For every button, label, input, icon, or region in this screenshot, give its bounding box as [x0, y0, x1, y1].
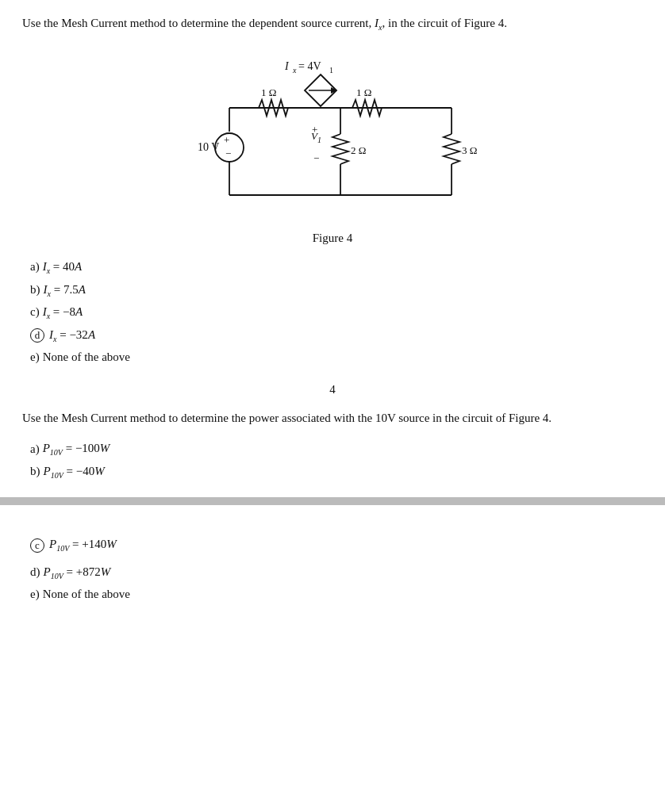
question1-text: Use the Mesh Current method to determine… [22, 14, 643, 33]
figure-label: Figure 4 [22, 232, 643, 245]
circled-d1: d [30, 328, 44, 343]
answer-c1-text: Ix = −8A [43, 301, 83, 324]
answer-d2-text: P10V = +872W [44, 561, 111, 584]
answer-a2-text: P10V = −100W [43, 438, 110, 461]
answer-d2: d) P10V = +872W [30, 561, 643, 584]
question2-text: Use the Mesh Current method to determine… [22, 409, 643, 427]
answer-b2-text: P10V = −40W [44, 461, 105, 484]
svg-text:2 Ω: 2 Ω [351, 144, 366, 156]
letter-b2: b) [30, 461, 40, 483]
answer-a2: a) P10V = −100W [30, 438, 643, 461]
answer-c2[interactable]: c P10V = +140W [30, 534, 643, 557]
svg-text:x: x [292, 66, 297, 75]
answer-e1-text: None of the above [43, 347, 130, 369]
answer-e2: e) None of the above [30, 584, 643, 606]
svg-text:+: + [312, 124, 317, 136]
circuit-diagram: + − 10 V I x = 4V 1 [22, 44, 643, 227]
svg-text:1: 1 [329, 66, 333, 75]
answer-e2-text: None of the above [43, 584, 130, 606]
answer-a1: a) Ix = 40A [30, 256, 643, 279]
page-divider [0, 497, 665, 505]
answer-b1: b) Ix = 7.5A [30, 279, 643, 302]
svg-text:1 Ω: 1 Ω [261, 86, 276, 98]
letter-e2: e) [30, 584, 40, 606]
answers2: a) P10V = −100W b) P10V = −40W [30, 438, 643, 483]
svg-text:I: I [284, 60, 290, 72]
letter-a1: a) [30, 256, 40, 278]
answer-d1[interactable]: d Ix = −32A [30, 324, 643, 347]
circuit-svg: + − 10 V I x = 4V 1 [182, 44, 483, 227]
letter-e1: e) [30, 347, 40, 369]
answers3: c P10V = +140W d) P10V = +872W e) None o… [30, 534, 643, 606]
svg-text:10 V: 10 V [198, 141, 219, 153]
answer-c2-text: P10V = +140W [49, 534, 117, 557]
bottom-section: c P10V = +140W d) P10V = +872W e) None o… [0, 519, 665, 620]
svg-text:3 Ω: 3 Ω [462, 144, 477, 156]
svg-text:1 Ω: 1 Ω [356, 86, 371, 98]
circled-c2: c [30, 538, 44, 553]
page-number: 4 [22, 383, 643, 396]
svg-text:= 4V: = 4V [298, 60, 321, 72]
answer-b2: b) P10V = −40W [30, 461, 643, 484]
svg-text:−: − [313, 152, 319, 164]
answer-e1: e) None of the above [30, 347, 643, 369]
svg-text:+: + [224, 134, 229, 146]
letter-b1: b) [30, 279, 40, 301]
answers1: a) Ix = 40A b) Ix = 7.5A c) Ix = −8A d I… [30, 256, 643, 369]
answer-d1-text: Ix = −32A [49, 324, 95, 347]
answer-b1-text: Ix = 7.5A [44, 279, 86, 302]
letter-d2: d) [30, 561, 40, 584]
letter-a2: a) [30, 439, 40, 461]
page-content: Use the Mesh Current method to determine… [0, 0, 665, 483]
svg-text:1: 1 [317, 136, 321, 144]
svg-text:−: − [225, 147, 231, 159]
answer-a1-text: Ix = 40A [43, 256, 83, 279]
answer-c1: c) Ix = −8A [30, 301, 643, 324]
letter-c1: c) [30, 301, 40, 324]
